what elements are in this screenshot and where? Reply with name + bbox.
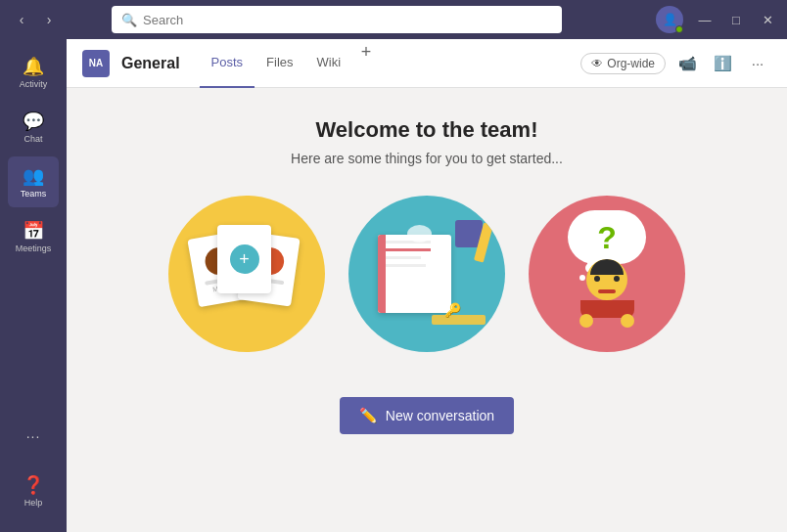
header-actions: 👁 Org-wide 📹 ℹ️ ···: [580, 50, 771, 77]
notebook-scene: 🔑: [363, 215, 490, 332]
channel-header: NA General Posts Files Wiki + 👁 Org-wide…: [67, 39, 787, 88]
video-button[interactable]: 📹: [673, 50, 701, 77]
titlebar-right: 👤 — □ ✕: [656, 6, 777, 33]
sidebar-item-meetings[interactable]: 📅 Meetings: [8, 211, 59, 262]
person: [579, 259, 634, 328]
info-button[interactable]: ℹ️: [709, 50, 736, 77]
notebook-line-2: [382, 256, 421, 259]
new-conversation-label: New conversation: [386, 408, 494, 423]
notebook-line-red: [382, 248, 431, 251]
avatar-initials: 👤: [663, 13, 677, 26]
add-person-icon: +: [230, 244, 259, 274]
question-scene: ?: [558, 210, 656, 337]
illustration-question: ?: [529, 196, 685, 352]
minimize-button[interactable]: —: [695, 13, 715, 27]
tab-files[interactable]: Files: [255, 39, 304, 88]
back-button[interactable]: ‹: [10, 8, 33, 31]
eye-icon: 👁: [591, 57, 603, 70]
search-icon: 🔍: [121, 13, 137, 27]
illustrations: Marine + ...: [168, 196, 685, 352]
tab-wiki[interactable]: Wiki: [305, 39, 353, 88]
speech-bubble: [407, 225, 432, 243]
nav-arrows: ‹ ›: [10, 8, 61, 31]
maximize-button[interactable]: □: [726, 13, 746, 27]
people-cards: Marine + ...: [193, 220, 301, 328]
close-button[interactable]: ✕: [758, 13, 777, 27]
tab-posts[interactable]: Posts: [200, 39, 255, 88]
person-head: [586, 259, 627, 300]
help-icon: ❓: [23, 474, 44, 496]
welcome-subtitle: Here are some things for you to get star…: [291, 151, 563, 166]
org-wide-badge[interactable]: 👁 Org-wide: [580, 53, 666, 74]
sidebar-label-help: Help: [24, 498, 43, 508]
person-mouth: [598, 289, 616, 293]
key-icon: 🔑: [444, 302, 461, 318]
person-hair: [590, 259, 624, 275]
ellipsis-icon: ···: [752, 55, 764, 71]
illustration-people: Marine + ...: [168, 196, 325, 352]
teams-icon: 👥: [23, 165, 44, 187]
person-hands: [579, 314, 634, 328]
left-hand: [579, 314, 593, 328]
video-icon: 📹: [678, 55, 697, 72]
right-hand: [621, 314, 634, 328]
app-layout: 🔔 Activity 💬 Chat 👥 Teams 📅 Meetings ···…: [0, 39, 787, 532]
notebook-line-3: [382, 264, 426, 267]
right-eye: [614, 276, 620, 282]
forward-button[interactable]: ›: [37, 8, 61, 31]
info-icon: ℹ️: [714, 55, 732, 72]
thought-cloud: ?: [568, 210, 646, 264]
sidebar-label-meetings: Meetings: [16, 244, 52, 253]
question-mark: ?: [597, 222, 617, 253]
add-tab-button[interactable]: +: [352, 39, 380, 66]
channel-name: General: [121, 55, 180, 72]
search-bar[interactable]: 🔍: [112, 6, 562, 33]
content-area: NA General Posts Files Wiki + 👁 Org-wide…: [67, 39, 787, 532]
user-avatar[interactable]: 👤: [656, 6, 683, 33]
channel-avatar-initials: NA: [89, 58, 103, 68]
sidebar-label-activity: Activity: [20, 79, 48, 89]
sidebar: 🔔 Activity 💬 Chat 👥 Teams 📅 Meetings ···…: [0, 39, 67, 532]
channel-avatar: NA: [82, 50, 110, 77]
welcome-title: Welcome to the team!: [316, 117, 538, 143]
org-wide-label: Org-wide: [607, 57, 655, 70]
notebook-spine: [378, 235, 386, 313]
sidebar-item-help[interactable]: ❓ Help: [8, 466, 59, 516]
sidebar-label-chat: Chat: [23, 134, 42, 144]
main-content: Welcome to the team! Here are some thing…: [67, 88, 787, 532]
left-eye: [594, 276, 600, 282]
person-card-center: +: [217, 225, 271, 293]
search-input[interactable]: [143, 13, 552, 27]
new-conversation-button[interactable]: ✏️ New conversation: [340, 397, 514, 434]
sidebar-item-more[interactable]: ···: [8, 411, 59, 462]
channel-tabs: Posts Files Wiki +: [200, 39, 381, 88]
sidebar-label-teams: Teams: [21, 189, 47, 199]
chat-icon: 💬: [23, 111, 44, 132]
more-options-button[interactable]: ···: [744, 50, 771, 77]
meetings-icon: 📅: [23, 220, 44, 242]
sidebar-item-chat[interactable]: 💬 Chat: [8, 102, 59, 153]
activity-icon: 🔔: [23, 56, 44, 77]
sidebar-bottom: ❓ Help: [8, 466, 59, 524]
sidebar-item-teams[interactable]: 👥 Teams: [8, 156, 59, 207]
notebook: [378, 235, 451, 313]
illustration-notebook: 🔑: [348, 196, 505, 352]
more-icon: ···: [26, 428, 41, 444]
presence-indicator: [675, 25, 683, 33]
sidebar-item-activity[interactable]: 🔔 Activity: [8, 47, 59, 98]
edit-icon: ✏️: [359, 407, 378, 424]
titlebar: ‹ › 🔍 👤 — □ ✕: [0, 0, 787, 39]
